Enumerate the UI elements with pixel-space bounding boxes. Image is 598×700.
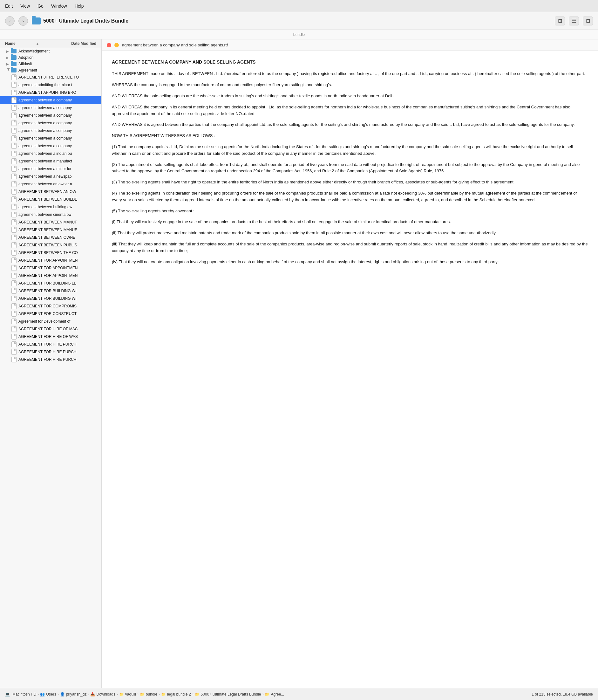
expand-button[interactable]	[114, 43, 119, 47]
close-button[interactable]: ✕	[107, 43, 111, 47]
back-button[interactable]: ‹	[5, 16, 15, 26]
file-label: AGREEMENT FOR BUILDING WI	[19, 289, 99, 293]
menu-view[interactable]: View	[20, 3, 30, 8]
list-item[interactable]: AGREEMENT BETWEEN MANUF	[0, 218, 101, 226]
menu-window[interactable]: Window	[51, 3, 67, 8]
forward-button[interactable]: ›	[19, 16, 28, 26]
menu-help[interactable]: Help	[75, 3, 84, 8]
breadcrumb-item[interactable]: Users	[46, 692, 56, 697]
expand-arrow-affidavit: ▶	[6, 62, 11, 66]
sidebar-label-acknowledgement: Acknowledgement	[19, 49, 99, 53]
file-icon	[11, 311, 17, 317]
breadcrumb-item-downloads[interactable]: Downloads	[96, 692, 115, 697]
menu-go[interactable]: Go	[37, 3, 44, 8]
list-item[interactable]: Agreement for Development of	[0, 318, 101, 325]
list-item[interactable]: AGREEMENT FOR HIRE PURCH	[0, 341, 101, 348]
file-icon	[11, 227, 17, 233]
list-item[interactable]: AGREEMENT FOR COMPROMIS	[0, 302, 101, 310]
list-item[interactable]: agreement between building ow	[0, 203, 101, 211]
list-item[interactable]: AGREEMENT FOR HIRE PURCH	[0, 356, 101, 364]
preview-paragraph: (ii) That they will protect preserve and…	[112, 230, 588, 236]
list-item[interactable]: AGREEMENT FOR BUILDING WI	[0, 287, 101, 295]
view-icon-grid[interactable]: ⊞	[555, 17, 565, 25]
file-icon	[11, 166, 17, 172]
file-label: AGREEMENT APPOINTING BRO	[19, 90, 99, 95]
list-item[interactable]: AGREEMENT FOR CONSTRUCT	[0, 310, 101, 318]
list-item[interactable]: AGREEMENT FOR APPOINTMEN	[0, 272, 101, 279]
preview-paragraph: (1) That the company appoints . Ltd, Del…	[112, 144, 588, 157]
list-item[interactable]: AGREEMENT BETWEEN PUBLIS	[0, 241, 101, 249]
list-item[interactable]: agreement between a comapny	[0, 104, 101, 111]
preview-paragraph: (i) That they will exclusively engage in…	[112, 219, 588, 225]
file-label: agreement between a company	[19, 113, 99, 118]
file-label: AGREEMENT FOR HIRE PURCH	[19, 350, 96, 354]
file-label: agreement between a comapny	[19, 105, 99, 110]
file-label: AGREEMENT FOR HIRE OF MAC	[19, 327, 99, 331]
sidebar-item-affidavit[interactable]: ▶ Affidavit	[0, 61, 101, 67]
list-item[interactable]: AGREEMENT FOR APPOINTMEN	[0, 264, 101, 272]
view-icon-columns[interactable]: ⊟	[583, 17, 593, 25]
breadcrumb-item[interactable]: vaquill	[125, 692, 136, 697]
file-icon	[11, 212, 17, 218]
list-item[interactable]: AGREEMENT FOR HIRE PURCH	[0, 348, 101, 356]
file-icon	[11, 303, 17, 309]
list-item[interactable]: AGREEMENT FOR BUILDING LE	[0, 279, 101, 287]
sidebar-item-agreement[interactable]: ▶ Agreement	[0, 67, 101, 73]
breadcrumb-item[interactable]: bundle	[146, 692, 157, 697]
folder-icon-large	[32, 18, 41, 24]
list-item[interactable]: agreement between a company	[0, 111, 101, 119]
breadcrumb-item[interactable]: Agree...	[271, 692, 284, 697]
list-item[interactable]: AGREEMENT APPOINTING BRO	[0, 89, 101, 96]
view-icon-list[interactable]: ☰	[569, 17, 579, 25]
file-icon	[11, 74, 17, 80]
list-item[interactable]: agreement between a company	[0, 119, 101, 127]
preview-paragraph: (2) The appointment of sole-selling agen…	[112, 161, 588, 175]
list-item[interactable]: agreement between a indian pu	[0, 150, 101, 157]
column-date[interactable]: Date Modified	[39, 41, 96, 46]
list-item[interactable]: AGREEMENT BETWEEN AN OW	[0, 188, 101, 196]
file-label: agreement between a newspap	[19, 174, 99, 179]
menu-edit[interactable]: Edit	[5, 3, 13, 8]
list-item[interactable]: AGREEMENT FOR BUILDING WI	[0, 295, 101, 302]
breadcrumb-item[interactable]: Macintosh HD	[12, 692, 36, 697]
breadcrumb-item[interactable]: legal bundle 2	[167, 692, 191, 697]
file-icon	[11, 97, 17, 103]
list-item-selected[interactable]: agreement between a company	[0, 96, 101, 104]
file-label: agreement between cinema ow	[19, 212, 99, 217]
file-icon	[11, 273, 17, 278]
sidebar-item-adoption[interactable]: ▶ Adoption	[0, 54, 101, 61]
file-icon	[11, 219, 17, 225]
file-label: agreement between a company	[19, 136, 99, 141]
main-content: Name ▲ Date Modified ▶ Acknowledgement ▶…	[0, 40, 598, 688]
list-item[interactable]: AGREEMENT BETWEEN OWNE	[0, 234, 101, 241]
list-item[interactable]: AGREEMENT 0F REFERENCE TO	[0, 73, 101, 81]
toolbar-right: ⊞ ☰ ⊟	[555, 17, 593, 25]
list-item[interactable]: AGREEMENT FOR APPOINTMEN	[0, 256, 101, 264]
file-label: AGREEMENT 0F REFERENCE TO	[19, 75, 99, 79]
list-item[interactable]: AGREEMENT FOR HIRE OF WAS	[0, 333, 101, 341]
list-item[interactable]: AGREEMENT BETWEEN THE CO	[0, 249, 101, 256]
status-text: 1 of 213 selected, 18.4 GB available	[531, 692, 593, 697]
list-item[interactable]: agreement between an owner a	[0, 180, 101, 188]
column-name[interactable]: Name	[5, 41, 35, 46]
list-item[interactable]: AGREEMENT BETWEEN MANUF	[0, 226, 101, 234]
list-item[interactable]: agreement between a manufact	[0, 157, 101, 165]
sidebar-label-affidavit: Affidavit	[19, 62, 99, 66]
list-item[interactable]: agreement between a newspap	[0, 173, 101, 180]
file-icon	[11, 174, 17, 179]
path-bar: bundle	[0, 30, 598, 40]
list-item[interactable]: agreement between a company	[0, 134, 101, 142]
list-item[interactable]: AGREEMENT BETWEEN BUILDE	[0, 196, 101, 203]
list-item[interactable]: agreement between a company	[0, 127, 101, 134]
list-item[interactable]: agreement between cinema ow	[0, 211, 101, 218]
breadcrumb-item[interactable]: 5000+ Ultimate Legal Drafts Bundle	[201, 692, 261, 697]
file-label: AGREEMENT BETWEEN BUILDE	[19, 197, 99, 202]
breadcrumb-item[interactable]: priyansh_dz	[66, 692, 87, 697]
list-item[interactable]: agreement admitting the minor t	[0, 81, 101, 89]
list-item[interactable]: agreement between a company	[0, 142, 101, 150]
sidebar-item-acknowledgement[interactable]: ▶ Acknowledgement	[0, 48, 101, 54]
list-item[interactable]: agreement between a minor for	[0, 165, 101, 173]
list-item[interactable]: AGREEMENT FOR HIRE OF MAC	[0, 325, 101, 333]
file-label: AGREEMENT BETWEEN MANUF	[19, 228, 99, 232]
title-area: 5000+ Ultimate Legal Drafts Bundle	[32, 18, 128, 24]
